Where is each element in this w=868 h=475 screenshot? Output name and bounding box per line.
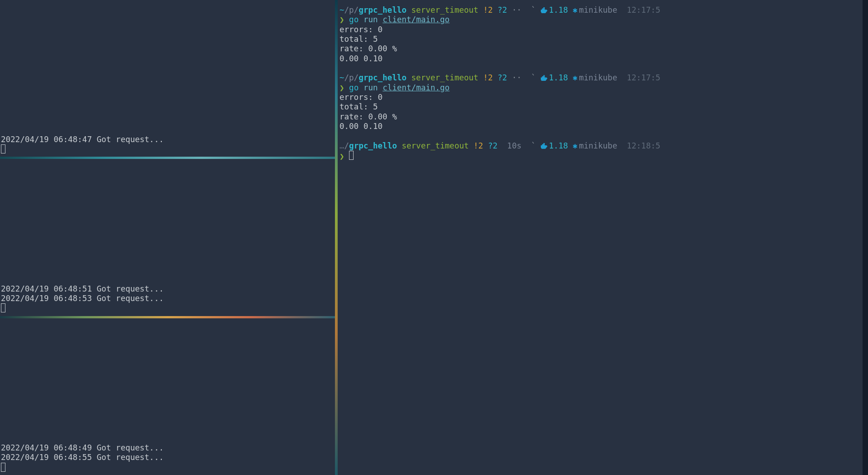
block-cursor (349, 151, 354, 160)
prompt-time: 12:17:5 (627, 73, 660, 82)
prompt-tick: ` (531, 5, 536, 15)
terminal-line: 0.00 0.10 (339, 122, 861, 131)
output-line: total: 5 (339, 35, 378, 44)
terminal-line: …/grpc_hello server_timeout !2 ?2 10s ` … (339, 141, 861, 151)
prompt-time: 12:18:5 (627, 141, 660, 150)
cursor-row (1, 144, 334, 155)
cursor-row (1, 303, 334, 314)
block-cursor (1, 463, 5, 472)
path-segment: /p/ (344, 5, 359, 15)
terminal-line: errors: 0 (339, 93, 861, 102)
block-cursor (1, 303, 5, 312)
kube-context: minikube (579, 5, 617, 15)
output-line: rate: 0.00 % (339, 112, 397, 121)
kube-context: minikube (579, 73, 617, 82)
output-line: errors: 0 (339, 25, 383, 34)
terminal-line: ~/p/grpc_hello server_timeout !2 ?2 ·· `… (339, 5, 861, 15)
terminal-line: rate: 0.00 % (339, 44, 861, 54)
cmd-duration: 10s (507, 141, 522, 150)
cwd-dir: grpc_hello (359, 5, 406, 15)
prompt-time: 12:17:5 (627, 5, 660, 15)
prompt-tick: ` (531, 141, 536, 150)
terminal-line: ❯ go run client/main.go (339, 15, 861, 25)
server-pane-3[interactable]: 2022/04/19 06:48:49 Got request... 2022/… (0, 318, 335, 475)
terminal-line: 0.00 0.10 (339, 54, 861, 64)
home-tilde: ~ (339, 5, 344, 15)
terminal-line: rate: 0.00 % (339, 112, 861, 122)
server-pane-1[interactable]: 2022/04/19 06:48:47 Got request... (0, 0, 335, 157)
left-column: 2022/04/19 06:48:47 Got request... 2022/… (0, 0, 335, 475)
cmd-go: go (349, 83, 359, 92)
terminal-line: ~/p/grpc_hello server_timeout !2 ?2 ·· `… (339, 73, 861, 83)
docker-version: 1.18 (549, 141, 568, 150)
path-slash: / (344, 141, 349, 150)
cmd-go: go (349, 15, 359, 24)
block-cursor (1, 144, 5, 153)
output-line: 0.00 0.10 (339, 122, 383, 131)
client-pane[interactable]: ~/p/grpc_hello server_timeout !2 ?2 ·· `… (338, 0, 863, 475)
terminal-line: ❯ go run client/main.go (339, 83, 861, 93)
docker-version: 1.18 (549, 73, 568, 82)
output-line: total: 5 (339, 102, 378, 111)
docker-icon (541, 5, 549, 15)
path-segment: /p/ (344, 73, 359, 82)
output-line: 0.00 0.10 (339, 54, 383, 63)
tmux-screen: 2022/04/19 06:48:47 Got request... 2022/… (0, 0, 868, 475)
git-untracked: ?2 (498, 5, 507, 15)
cwd-dir: grpc_hello (349, 141, 397, 150)
git-branch: server_timeout (411, 73, 479, 82)
terminal-line: total: 5 (339, 102, 861, 112)
git-branch: server_timeout (402, 141, 469, 150)
kube-icon (573, 5, 579, 15)
kube-icon (573, 73, 579, 82)
prompt-symbol: ❯ (339, 15, 344, 24)
scrollbar[interactable] (863, 0, 868, 475)
cmd-sub: run (364, 83, 378, 92)
git-untracked: ?2 (488, 141, 498, 150)
prompt-symbol: ❯ (339, 83, 344, 92)
prompt-tick: ` (531, 73, 536, 82)
log-line: 2022/04/19 06:48:51 Got request... (1, 284, 334, 294)
log-line: 2022/04/19 06:48:55 Got request... (1, 453, 334, 462)
server-pane-2[interactable]: 2022/04/19 06:48:51 Got request... 2022/… (0, 159, 335, 316)
terminal-line: errors: 0 (339, 25, 861, 35)
right-column-wrap: ~/p/grpc_hello server_timeout !2 ?2 ·· `… (338, 0, 868, 475)
terminal-line: ❯ (339, 151, 861, 161)
git-untracked: ?2 (498, 73, 507, 82)
cwd-dir: grpc_hello (359, 73, 406, 82)
git-staged: !2 (483, 73, 493, 82)
log-line: 2022/04/19 06:48:53 Got request... (1, 294, 334, 303)
cmd-path: client/main.go (383, 15, 450, 24)
kube-icon (573, 141, 579, 150)
terminal-line (339, 64, 861, 73)
prompt-dots: ·· (512, 5, 521, 15)
log-line: 2022/04/19 06:48:49 Got request... (1, 443, 334, 453)
log-line: 2022/04/19 06:48:47 Got request... (1, 135, 334, 144)
docker-icon (541, 141, 549, 150)
prompt-dots: ·· (512, 73, 521, 82)
kube-context: minikube (579, 141, 617, 150)
cursor-row (1, 463, 334, 473)
docker-version: 1.18 (549, 5, 568, 15)
cmd-sub: run (364, 15, 378, 24)
git-staged: !2 (483, 5, 493, 15)
output-line: errors: 0 (339, 93, 383, 102)
path-ellipsis: … (339, 141, 344, 150)
home-tilde: ~ (339, 73, 344, 82)
prompt-symbol: ❯ (339, 152, 344, 161)
cmd-path: client/main.go (383, 83, 450, 92)
terminal-line: total: 5 (339, 35, 861, 44)
output-line: rate: 0.00 % (339, 44, 397, 53)
git-staged: !2 (474, 141, 483, 150)
terminal-line (339, 131, 861, 141)
docker-icon (541, 73, 549, 82)
right-column: ~/p/grpc_hello server_timeout !2 ?2 ·· `… (338, 0, 863, 475)
git-branch: server_timeout (411, 5, 479, 15)
